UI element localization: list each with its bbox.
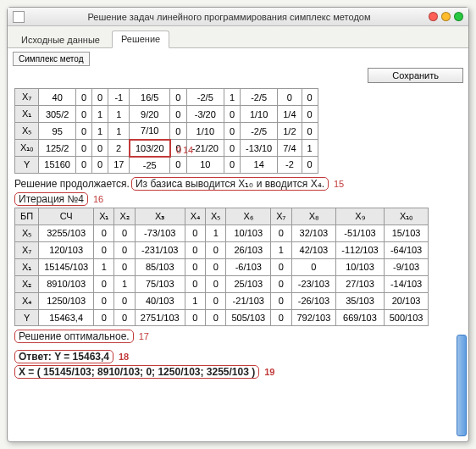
cell: -9/103 [384, 258, 429, 275]
cell: 0 [224, 106, 240, 123]
cell: 1 [108, 106, 130, 123]
cell: 15145/103 [39, 258, 94, 275]
cell: 0 [94, 241, 114, 258]
cell: 0 [302, 157, 318, 174]
cell: 0 [92, 157, 108, 174]
tab-source-data[interactable]: Исходные данные [13, 32, 108, 48]
cell: -21/103 [226, 292, 271, 309]
cell: 0 [114, 292, 135, 309]
simplex-table-prev: X₇4000-116/50-2/51-2/500X₁305/20119/200-… [14, 88, 318, 174]
close-icon[interactable] [429, 12, 438, 21]
cell: 1250/103 [39, 292, 94, 309]
cell: 0 [271, 258, 291, 275]
column-header: X₃ [135, 208, 185, 224]
continuation-text: Решение продолжается. [14, 178, 130, 190]
cell: 1 [92, 123, 108, 140]
cell: 2751/103 [135, 309, 185, 325]
cell: 0 [114, 241, 135, 258]
cell: 26/103 [226, 241, 271, 258]
table-row: X₁₀125/2002103/200-21/200-13/107/41 [15, 140, 318, 157]
cell: 0 [92, 89, 108, 106]
cell: 0 [185, 241, 205, 258]
cell: -73/103 [135, 224, 185, 241]
cell: 0 [114, 309, 135, 325]
cell: 0 [185, 275, 205, 292]
cell: 40 [39, 89, 76, 106]
cell: 0 [224, 123, 240, 140]
optimal-line: Решение оптимальное. 17 [14, 330, 462, 343]
cell: -26/103 [291, 292, 336, 309]
cell: 0 [94, 224, 114, 241]
annotation-14: 14 [183, 145, 193, 155]
column-header: X₈ [291, 208, 336, 224]
cell: 42/103 [291, 241, 336, 258]
save-button[interactable]: Сохранить [368, 68, 463, 83]
cell: 17 [108, 157, 130, 174]
cell: 15463,4 [39, 309, 94, 325]
cell: 0 [206, 309, 226, 325]
simplex-method-button[interactable]: Симплекс метод [13, 52, 90, 66]
basis-var: X₇ [15, 241, 39, 258]
basis-swap-box: Из базиса выводится X₁₀ и вводится X₄. [131, 177, 329, 191]
optimal-text: Решение оптимальное. [14, 330, 134, 343]
table-row: X₇120/10300-231/1030026/103142/103-112/1… [15, 241, 429, 258]
document-icon [13, 11, 25, 23]
cell: 1 [206, 224, 226, 241]
annotation-15: 15 [334, 179, 344, 189]
basis-var: X₁ [15, 106, 39, 123]
cell: 8910/103 [39, 275, 94, 292]
basis-var: X₅ [15, 123, 39, 140]
column-header: X₂ [114, 208, 135, 224]
continuation-line: Решение продолжается. Из базиса выводитс… [14, 177, 462, 191]
table-row: X₄1250/1030040/10310-21/1030-26/10335/10… [15, 292, 429, 309]
cell: 0 [75, 106, 91, 123]
basis-var: X₂ [15, 275, 39, 292]
cell: 0 [302, 123, 318, 140]
table-row: X₅950117/1001/100-2/51/20 [15, 123, 318, 140]
cell: 1 [94, 258, 114, 275]
basis-var: X₁ [15, 258, 39, 275]
cell: -25 [130, 157, 170, 174]
cell: -23/103 [291, 275, 336, 292]
titlebar: Решение задач линейного программирования… [8, 8, 468, 26]
cell: 505/103 [226, 309, 271, 325]
cell: 25/103 [226, 275, 271, 292]
cell: -2 [278, 157, 302, 174]
cell: 0 [114, 224, 135, 241]
cell: 40/103 [135, 292, 185, 309]
iteration-line: Итерация №4 16 [14, 192, 462, 206]
column-header: X₇ [271, 208, 291, 224]
app-window: Решение задач линейного программирования… [7, 7, 469, 442]
basis-var: X₅ [15, 224, 39, 241]
pivot-note: 0 [176, 145, 181, 155]
cell: 0 [271, 309, 291, 325]
cell: 32/103 [291, 224, 336, 241]
cell: -2/5 [241, 123, 278, 140]
cell: 500/103 [384, 309, 429, 325]
cell: 1/10 [241, 106, 278, 123]
tab-solution[interactable]: Решение [112, 30, 169, 48]
cell: 0 [302, 106, 318, 123]
cell: 0 [224, 140, 240, 157]
cell: 16/5 [130, 89, 170, 106]
table-row: X₅3255/10300-73/1030110/103032/103-51/10… [15, 224, 429, 241]
cell: -2/5 [186, 89, 224, 106]
cell: 3255/103 [39, 224, 94, 241]
cell: 1 [224, 89, 240, 106]
zoom-icon[interactable] [454, 12, 463, 21]
cell: 0 [75, 89, 91, 106]
minimize-icon[interactable] [441, 12, 451, 21]
toolbar: Симплекс метод [8, 48, 468, 68]
table-row: X₁305/20119/200-3/2001/101/40 [15, 106, 318, 123]
basis-var: X₇ [15, 89, 39, 106]
table-row: X₇4000-116/50-2/51-2/500 [15, 89, 318, 106]
column-header: X₅ [206, 208, 226, 224]
cell: 1 [114, 275, 135, 292]
answer-y: Ответ: Y = 15463,4 [14, 350, 113, 363]
cell: -13/10 [241, 140, 278, 157]
cell: 0 [170, 123, 187, 140]
table-row: X₂8910/1030175/1030025/1030-23/10327/103… [15, 275, 429, 292]
cell: 2 [108, 140, 130, 157]
vertical-scrollbar[interactable] [457, 335, 467, 436]
cell: 95 [39, 123, 76, 140]
